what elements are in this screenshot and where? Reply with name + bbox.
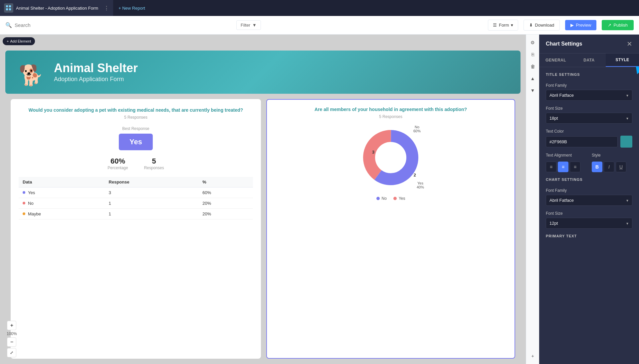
publish-button[interactable]: ↗ Publish [602, 20, 634, 30]
download-label: Download [535, 23, 554, 28]
text-color-input[interactable] [546, 136, 618, 147]
chart-responses: 5 Responses [274, 114, 508, 119]
data-table: Data Response % Yes 3 60% [19, 177, 253, 220]
chart-font-size-select[interactable]: 12pt [546, 218, 632, 229]
legend-yes-dot [393, 197, 397, 200]
settings-close-button[interactable]: ✕ [627, 40, 632, 48]
yes-count-label: 2 [414, 173, 416, 178]
bold-button[interactable]: B [592, 162, 602, 172]
filter-button[interactable]: Filter ▼ [236, 20, 261, 30]
preview-label: Preview [576, 23, 591, 28]
settings-icon-button[interactable]: ⚙ [528, 37, 538, 48]
chart-font-family-field: Font Family Abril Fatface [546, 188, 632, 206]
preview-icon: ▶ [570, 23, 574, 28]
download-icon: ⬇ [529, 23, 533, 28]
preview-button[interactable]: ▶ Preview [565, 20, 596, 30]
legend-no-label: No [382, 196, 387, 201]
align-left-button[interactable]: ≡ [546, 162, 556, 172]
zoom-value: 100% [7, 331, 17, 336]
style-group: Style B I U [592, 153, 632, 172]
download-button[interactable]: ⬇ Download [524, 20, 560, 31]
donut-svg [357, 124, 424, 191]
settings-panel: Chart Settings ✕ GENERAL DATA STYLE TITL… [539, 35, 639, 364]
tab-data[interactable]: DATA [572, 54, 606, 67]
expand-button[interactable]: ⤢ [7, 348, 16, 357]
settings-content: TITLE SETTINGS Font Family Abril Fatface… [539, 67, 639, 245]
align-style-row: Text Alignment ≡ ≡ ≡ Style B I U [546, 153, 632, 172]
dog-emoji: 🐕 [16, 57, 46, 87]
chart-font-size-label: Font Size [546, 211, 632, 216]
zoom-minus-button[interactable]: − [7, 337, 16, 347]
table-header-percent: % [198, 177, 253, 187]
title-settings-section: TITLE SETTINGS [546, 72, 632, 78]
tab-title: Animal Shelter - Adoption Application Fo… [16, 6, 101, 11]
font-size-select[interactable]: 18pt [546, 113, 632, 124]
table-cell-maybe-pct: 20% [198, 209, 253, 219]
chart-font-size-wrapper: 12pt [546, 218, 632, 229]
align-right-button[interactable]: ≡ [570, 162, 580, 172]
add-element-icon: + [7, 39, 9, 43]
table-cell-no: No [19, 198, 105, 209]
form-label: Form [499, 23, 509, 28]
svg-rect-1 [9, 5, 11, 7]
tab-style[interactable]: STYLE [606, 54, 639, 67]
tab-menu-dots[interactable]: ⋮ [104, 5, 109, 11]
delete-icon-button[interactable]: 🗑 [528, 61, 538, 72]
chart-card[interactable]: Are all members of your household in agr… [266, 99, 515, 359]
add-element-label: Add Element [10, 39, 31, 43]
zoom-plus-button[interactable]: + [7, 321, 16, 330]
tab-animal-shelter[interactable]: Animal Shelter - Adoption Application Fo… [0, 0, 113, 16]
chart-font-size-field: Font Size 12pt [546, 211, 632, 229]
new-report-label: + New Report [118, 6, 145, 11]
form-chevron-icon: ▾ [511, 23, 513, 28]
table-cell-maybe-count: 1 [105, 209, 199, 219]
no-chart-label: No 60% [413, 125, 421, 133]
up-icon-button[interactable]: ▲ [528, 73, 538, 84]
table-cell-yes-pct: 60% [198, 187, 253, 198]
chart-settings-section: CHART SETTINGS [546, 178, 632, 183]
chart-question: Are all members of your household in agr… [274, 106, 508, 113]
down-icon-button[interactable]: ▼ [528, 85, 538, 96]
align-center-button[interactable]: ≡ [558, 162, 568, 172]
style-buttons: B I U [592, 162, 632, 172]
banner-subtitle: Adoption Application Form [54, 76, 138, 83]
color-swatch-button[interactable] [620, 136, 632, 148]
form-button[interactable]: ☰ Form ▾ [488, 20, 518, 31]
add-icon-button[interactable]: + [528, 351, 538, 361]
responses-stat: 5 Responses [144, 157, 164, 170]
copy-icon-button[interactable]: ⎘ [528, 49, 538, 60]
maybe-dot [23, 212, 25, 215]
publish-label: Publish [613, 23, 628, 28]
alignment-buttons: ≡ ≡ ≡ [546, 162, 586, 172]
publish-icon: ↗ [608, 23, 611, 28]
font-family-select[interactable]: Abril Fatface [546, 90, 632, 101]
filter-icon: ▼ [252, 23, 257, 28]
table-header-response: Response [105, 177, 199, 187]
yes-chart-label: Yes 40% [417, 181, 424, 189]
app-logo [4, 3, 13, 13]
form-banner: 🐕 Animal Shelter Adoption Application Fo… [5, 51, 521, 94]
chart-settings-label: CHART SETTINGS [546, 178, 632, 182]
chart-font-family-select[interactable]: Abril Fatface [546, 195, 632, 206]
canvas-wrapper: + Add Element 🐕 Animal Shelter Adoption … [0, 35, 539, 364]
font-size-label: Font Size [546, 106, 632, 111]
left-card-responses: 5 Responses [19, 115, 253, 120]
best-response-label: Best Response [19, 126, 253, 131]
settings-header: Chart Settings ✕ [539, 35, 639, 54]
add-element-button[interactable]: + Add Element [3, 37, 35, 45]
italic-button[interactable]: I [604, 162, 614, 172]
table-row: Maybe 1 20% [19, 209, 253, 219]
no-dot [23, 202, 25, 204]
font-family-field: Font Family Abril Fatface [546, 83, 632, 101]
text-alignment-label: Text Alignment [546, 153, 586, 158]
primary-text-label: PRIMARY TEXT [546, 234, 632, 238]
new-report-button[interactable]: + New Report [113, 0, 150, 16]
search-input[interactable] [15, 22, 234, 28]
right-icon-bar: ⚙ ⎘ 🗑 ▲ ▼ + [526, 35, 539, 364]
left-card: Would you consider adopting a pet with e… [11, 99, 261, 359]
settings-title: Chart Settings [546, 41, 582, 47]
legend-no: No [376, 196, 387, 201]
underline-button[interactable]: U [616, 162, 626, 172]
chart-font-family-label: Font Family [546, 188, 632, 193]
tab-general[interactable]: GENERAL [539, 54, 572, 67]
